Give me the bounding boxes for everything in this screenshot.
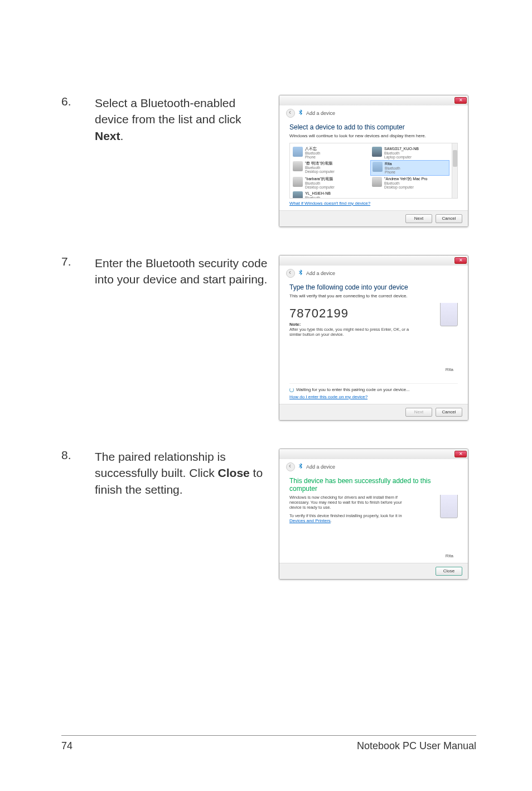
list-item-selected[interactable]: RitaBluetoothPhone	[370, 160, 449, 176]
next-button: Next	[405, 408, 432, 417]
back-arrow-icon[interactable]	[286, 109, 295, 118]
breadcrumb: Add a device	[306, 464, 335, 470]
device-image	[440, 495, 458, 518]
step-number: 7.	[61, 255, 84, 268]
titlebar: ✕	[279, 449, 468, 459]
close-icon[interactable]: ✕	[454, 451, 467, 457]
manual-title: Notebook PC User Manual	[357, 740, 476, 752]
dialog-title: Select a device to add to this computer	[289, 123, 458, 131]
breadcrumb: Add a device	[306, 271, 335, 276]
dialog-title: This device has been successfully added …	[289, 477, 458, 493]
list-item[interactable]: "Andrew Yeh"的 Mac ProBluetoothDesktop co…	[370, 176, 449, 190]
phone-icon	[293, 147, 303, 157]
page-number: 74	[61, 740, 72, 752]
step-text: Enter the Bluetooth security code into y…	[95, 255, 268, 288]
devices-printers-link[interactable]: Devices and Printers	[289, 518, 331, 523]
list-item[interactable]: SAM1017_KUO-NBBluetoothLaptop computer	[370, 146, 449, 160]
close-icon[interactable]: ✕	[454, 97, 467, 104]
step-number: 6.	[61, 95, 84, 108]
desktop-icon	[293, 161, 303, 171]
waiting-status: Waiting for you to enter this pairing co…	[289, 383, 458, 392]
device-caption: Rita	[446, 367, 453, 372]
close-icon[interactable]: ✕	[454, 257, 467, 264]
add-device-dialog-code: ✕ Add a device Type the following code i…	[279, 255, 468, 421]
step-text-pre: Select a Bluetooth-enabled device from t…	[95, 97, 241, 126]
dialog-title: Type the following code into your device	[289, 283, 458, 291]
step-text: The paired relationship is successfully …	[95, 448, 268, 498]
pairing-code: 78702199	[289, 306, 458, 321]
list-item[interactable]: "蔡 明清"的電腦BluetoothDesktop computer	[291, 160, 370, 176]
step-text: Select a Bluetooth-enabled device from t…	[95, 95, 268, 144]
dialog-subtitle: Windows will continue to look for new de…	[289, 133, 458, 138]
step-text-bold: Close	[218, 466, 250, 479]
help-link[interactable]: What if Windows doesn't find my device?	[289, 201, 370, 206]
devices-listbox[interactable]: 八不忘BluetoothPhone SAM1017_KUO-NBBluetoot…	[289, 143, 458, 199]
add-device-dialog-success: ✕ Add a device This device has been succ…	[279, 448, 468, 580]
step-number: 8.	[61, 448, 84, 462]
back-arrow-icon	[286, 462, 295, 471]
success-body-text: Windows is now checking for drivers and …	[289, 495, 407, 510]
page-footer: 74 Notebook PC User Manual	[61, 735, 476, 752]
desktop-icon	[372, 177, 382, 187]
success-body-text2: To verify if this device finished instal…	[289, 513, 407, 523]
step-text-bold: Next	[95, 129, 120, 142]
cancel-button[interactable]: Cancel	[436, 408, 462, 417]
list-item[interactable]: YL_HSIEH-NBBluetooth	[291, 190, 370, 199]
bluetooth-icon	[298, 463, 303, 471]
desktop-icon	[293, 177, 303, 187]
phone-icon	[373, 162, 383, 172]
note-text: After you type this code, you might need…	[289, 327, 412, 337]
laptop-icon	[372, 147, 382, 157]
titlebar: ✕	[279, 255, 468, 266]
close-button[interactable]: Close	[436, 567, 462, 576]
breadcrumb: Add a device	[306, 110, 335, 116]
next-button[interactable]: Next	[405, 214, 432, 223]
laptop-icon	[293, 191, 303, 199]
list-item[interactable]: 八不忘BluetoothPhone	[291, 146, 370, 160]
note-label: Note:	[289, 322, 458, 327]
back-arrow-icon[interactable]	[286, 269, 295, 278]
titlebar: ✕	[279, 95, 468, 105]
device-image	[440, 303, 458, 326]
dialog-subtitle: This will verify that you are connecting…	[289, 293, 458, 298]
step-text-post: .	[120, 129, 124, 142]
device-caption: Rita	[446, 553, 453, 558]
step-text-pre: The paired relationship is successfully …	[95, 450, 226, 479]
spinner-icon	[289, 388, 294, 392]
scrollbar[interactable]	[452, 143, 457, 198]
help-link[interactable]: How do I enter this code on my device?	[289, 394, 367, 399]
bluetooth-icon	[298, 109, 303, 117]
cancel-button[interactable]: Cancel	[436, 214, 462, 223]
bluetooth-icon	[298, 269, 303, 277]
list-item[interactable]: "barbara"的電腦BluetoothDesktop computer	[291, 176, 370, 190]
add-device-dialog-select: ✕ Add a device Select a device to add to…	[279, 95, 468, 227]
